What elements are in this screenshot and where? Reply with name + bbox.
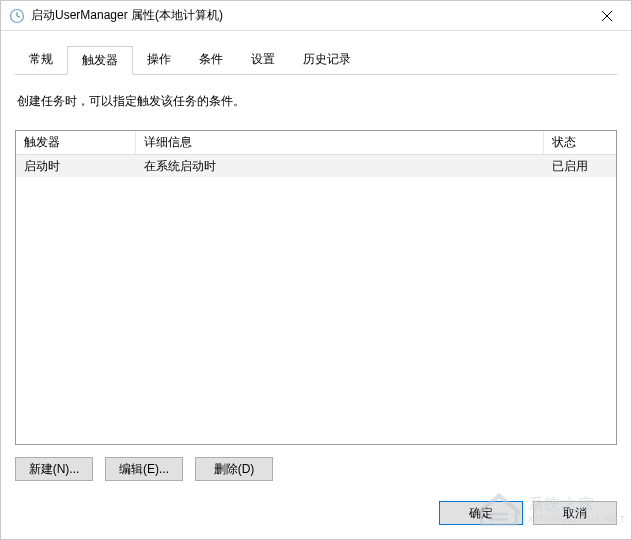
col-detail[interactable]: 详细信息 (136, 130, 544, 155)
table-header: 触发器 详细信息 状态 (16, 131, 616, 155)
svg-line-2 (17, 16, 20, 17)
col-status[interactable]: 状态 (544, 130, 616, 155)
edit-button[interactable]: 编辑(E)... (105, 457, 183, 481)
clock-icon (9, 8, 25, 24)
table-row[interactable]: 启动时 在系统启动时 已启用 (16, 155, 616, 177)
ok-button[interactable]: 确定 (439, 501, 523, 525)
window-title: 启动UserManager 属性(本地计算机) (31, 7, 585, 24)
tab-triggers[interactable]: 触发器 (67, 46, 133, 75)
cell-trigger: 启动时 (16, 155, 136, 178)
cancel-button[interactable]: 取消 (533, 501, 617, 525)
trigger-table: 触发器 详细信息 状态 启动时 在系统启动时 已启用 (15, 130, 617, 445)
delete-button[interactable]: 删除(D) (195, 457, 273, 481)
close-button[interactable] (585, 2, 629, 30)
table-body: 启动时 在系统启动时 已启用 (16, 155, 616, 444)
tab-strip: 常规 触发器 操作 条件 设置 历史记录 (15, 45, 617, 75)
cell-status: 已启用 (544, 155, 616, 178)
titlebar: 启动UserManager 属性(本地计算机) (1, 1, 631, 31)
instruction-text: 创建任务时，可以指定触发该任务的条件。 (15, 93, 617, 110)
properties-dialog: 启动UserManager 属性(本地计算机) 常规 触发器 操作 条件 设置 … (0, 0, 632, 540)
dialog-footer: 确定 取消 (1, 491, 631, 539)
tab-actions[interactable]: 操作 (133, 46, 185, 75)
tab-general[interactable]: 常规 (15, 46, 67, 75)
tab-conditions[interactable]: 条件 (185, 46, 237, 75)
tab-history[interactable]: 历史记录 (289, 46, 365, 75)
dialog-content: 常规 触发器 操作 条件 设置 历史记录 创建任务时，可以指定触发该任务的条件。… (1, 31, 631, 491)
tab-settings[interactable]: 设置 (237, 46, 289, 75)
trigger-button-row: 新建(N)... 编辑(E)... 删除(D) (15, 457, 617, 481)
col-trigger[interactable]: 触发器 (16, 130, 136, 155)
new-button[interactable]: 新建(N)... (15, 457, 93, 481)
cell-detail: 在系统启动时 (136, 155, 544, 178)
